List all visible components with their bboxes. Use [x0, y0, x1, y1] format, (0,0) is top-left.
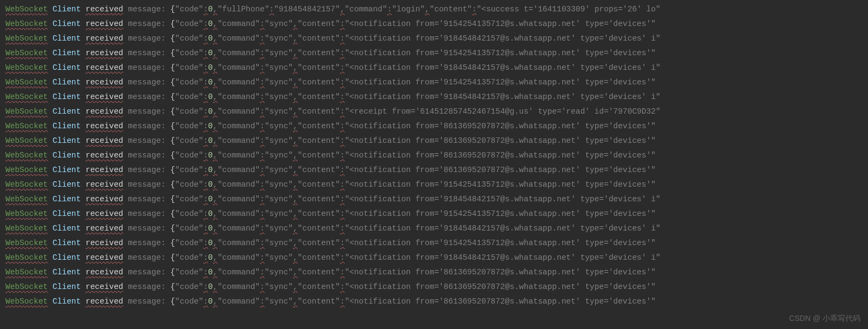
token-websocket: WebSocket [5, 209, 48, 218]
token-message-label: message: [128, 297, 166, 306]
log-line: WebSocket Client received message: {"cod… [5, 280, 863, 294]
token-message-label: message: [128, 239, 166, 247]
token-message-label: message: [128, 180, 166, 189]
token-websocket: WebSocket [5, 253, 48, 262]
token-message-label: message: [128, 34, 166, 43]
token-message-label: message: [128, 107, 166, 116]
token-client: Client [53, 209, 81, 218]
token-message-label: message: [128, 136, 166, 145]
token-websocket: WebSocket [5, 107, 48, 116]
log-payload: {"code":0,"command":"sync","content":"<n… [171, 122, 656, 130]
token-websocket: WebSocket [5, 93, 48, 101]
token-received: received [86, 195, 123, 203]
token-message-label: message: [128, 63, 166, 72]
log-payload: {"code":0,"command":"sync","content":"<n… [171, 297, 656, 306]
token-message-label: message: [128, 224, 166, 233]
token-websocket: WebSocket [5, 34, 48, 43]
token-received: received [86, 224, 123, 233]
log-payload: {"code":0,"command":"sync","content":"<n… [171, 78, 656, 87]
token-client: Client [53, 151, 81, 160]
log-line: WebSocket Client received message: {"cod… [5, 17, 863, 31]
log-line: WebSocket Client received message: {"cod… [5, 192, 863, 207]
log-payload: {"code":0,"command":"sync","content":"<n… [171, 166, 656, 174]
token-received: received [86, 107, 123, 116]
log-line: WebSocket Client received message: {"cod… [5, 265, 863, 280]
log-line: WebSocket Client received message: {"cod… [5, 177, 863, 192]
token-message-label: message: [128, 49, 166, 57]
token-message-label: message: [128, 78, 166, 87]
log-payload: {"code":0,"command":"sync","content":"<n… [171, 180, 656, 189]
token-client: Client [53, 78, 81, 87]
token-received: received [86, 209, 123, 218]
log-payload: {"code":0,"command":"sync","content":"<n… [171, 93, 661, 101]
token-message-label: message: [128, 166, 166, 174]
token-client: Client [53, 34, 81, 43]
console-output[interactable]: WebSocket Client received message: {"cod… [0, 0, 868, 311]
token-websocket: WebSocket [5, 151, 48, 160]
log-line: WebSocket Client received message: {"cod… [5, 163, 863, 177]
token-message-label: message: [128, 93, 166, 101]
token-websocket: WebSocket [5, 282, 48, 291]
token-client: Client [53, 268, 81, 277]
log-line: WebSocket Client received message: {"cod… [5, 236, 863, 251]
log-payload: {"code":0,"fullPhone":"918454842157","co… [171, 5, 661, 14]
token-client: Client [53, 122, 81, 130]
token-received: received [86, 151, 123, 160]
token-received: received [86, 253, 123, 262]
token-websocket: WebSocket [5, 19, 48, 28]
token-client: Client [53, 180, 81, 189]
log-line: WebSocket Client received message: {"cod… [5, 90, 863, 104]
log-payload: {"code":0,"command":"sync","content":"<n… [171, 49, 656, 57]
token-websocket: WebSocket [5, 78, 48, 87]
token-websocket: WebSocket [5, 63, 48, 72]
token-websocket: WebSocket [5, 297, 48, 306]
log-line: WebSocket Client received message: {"cod… [5, 148, 863, 163]
token-client: Client [53, 166, 81, 174]
token-websocket: WebSocket [5, 195, 48, 203]
log-payload: {"code":0,"command":"sync","content":"<n… [171, 195, 661, 203]
token-message-label: message: [128, 268, 166, 277]
token-client: Client [53, 195, 81, 203]
token-websocket: WebSocket [5, 5, 48, 14]
log-line: WebSocket Client received message: {"cod… [5, 294, 863, 309]
token-received: received [86, 268, 123, 277]
token-websocket: WebSocket [5, 166, 48, 174]
token-client: Client [53, 136, 81, 145]
token-message-label: message: [128, 253, 166, 262]
token-message-label: message: [128, 19, 166, 28]
token-websocket: WebSocket [5, 239, 48, 247]
token-received: received [86, 93, 123, 101]
log-line: WebSocket Client received message: {"cod… [5, 207, 863, 221]
token-received: received [86, 180, 123, 189]
token-client: Client [53, 19, 81, 28]
log-line: WebSocket Client received message: {"cod… [5, 61, 863, 75]
token-message-label: message: [128, 122, 166, 130]
token-websocket: WebSocket [5, 136, 48, 145]
log-payload: {"code":0,"command":"sync","content":"<n… [171, 282, 656, 291]
token-client: Client [53, 297, 81, 306]
token-received: received [86, 122, 123, 130]
token-client: Client [53, 93, 81, 101]
log-payload: {"code":0,"command":"sync","content":"<n… [171, 253, 661, 262]
token-message-label: message: [128, 151, 166, 160]
log-line: WebSocket Client received message: {"cod… [5, 75, 863, 90]
token-received: received [86, 166, 123, 174]
token-received: received [86, 136, 123, 145]
log-line: WebSocket Client received message: {"cod… [5, 31, 863, 46]
log-payload: {"code":0,"command":"sync","content":"<n… [171, 209, 656, 218]
token-message-label: message: [128, 282, 166, 291]
token-client: Client [53, 224, 81, 233]
token-received: received [86, 34, 123, 43]
token-websocket: WebSocket [5, 122, 48, 130]
token-websocket: WebSocket [5, 268, 48, 277]
token-received: received [86, 78, 123, 87]
token-message-label: message: [128, 5, 166, 14]
token-received: received [86, 239, 123, 247]
log-line: WebSocket Client received message: {"cod… [5, 134, 863, 148]
token-received: received [86, 297, 123, 306]
log-line: WebSocket Client received message: {"cod… [5, 119, 863, 134]
token-client: Client [53, 63, 81, 72]
log-payload: {"code":0,"command":"sync","content":"<r… [171, 107, 661, 116]
log-line: WebSocket Client received message: {"cod… [5, 251, 863, 265]
log-payload: {"code":0,"command":"sync","content":"<n… [171, 63, 661, 72]
